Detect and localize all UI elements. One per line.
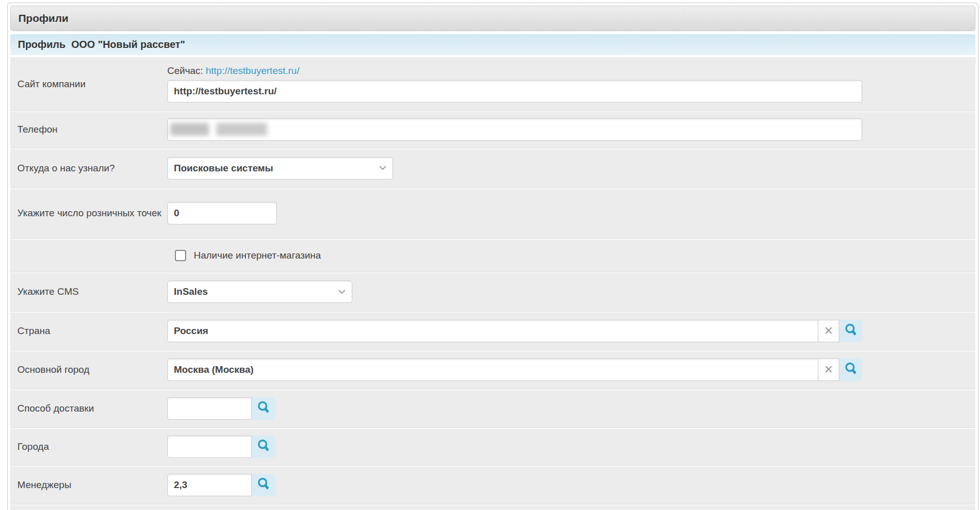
search-icon (844, 323, 858, 339)
search-icon (256, 400, 271, 417)
referral-source-select[interactable]: Поисковые системы (167, 157, 393, 180)
current-site-link[interactable]: http://testbuyertest.ru/ (205, 65, 299, 76)
country-input[interactable] (167, 320, 818, 342)
phone-label: Телефон (17, 123, 167, 136)
managers-group (167, 474, 275, 496)
search-icon (844, 362, 858, 378)
country-search-button[interactable] (839, 320, 862, 342)
delivery-method-search-button[interactable] (252, 397, 275, 420)
managers-input[interactable] (167, 474, 252, 496)
main-city-label: Основной город (17, 364, 167, 376)
search-icon (256, 439, 271, 455)
cms-value: InSales (174, 286, 208, 297)
phone-input[interactable] (167, 118, 862, 141)
row-phone: Телефон (10, 111, 975, 148)
profile-form: Сайт компании Сейчас: http://testbuyerte… (10, 57, 975, 510)
cities-input[interactable] (167, 436, 252, 458)
page-title-bar: Профили (10, 6, 975, 31)
cities-label: Города (17, 441, 167, 453)
phone-cell (167, 118, 862, 141)
delivery-method-label: Способ доставки (17, 402, 167, 415)
row-next-clipped (10, 504, 975, 510)
chevron-down-icon (379, 166, 386, 170)
online-shop-cell: Наличие интернет-магазина (175, 250, 321, 261)
chevron-down-icon (338, 290, 346, 294)
row-company-site: Сайт компании Сейчас: http://testbuyerte… (10, 57, 975, 111)
redacted-phone-value (170, 123, 209, 136)
row-cms: Укажите CMS InSales (10, 272, 975, 311)
search-icon (256, 477, 271, 493)
delivery-method-input[interactable] (167, 397, 252, 420)
current-site-prefix: Сейчас: (167, 65, 203, 76)
profile-subtitle: Профиль ООО "Новый рассвет" (18, 39, 185, 50)
profile-panel: Профили Профиль ООО "Новый рассвет" Сайт… (7, 3, 978, 510)
managers-search-button[interactable] (252, 474, 275, 496)
row-main-city: Основной город ✕ (10, 350, 975, 389)
company-site-input[interactable] (167, 80, 862, 103)
cities-group (167, 436, 275, 458)
managers-label: Менеджеры (17, 479, 167, 491)
row-retail-points: Укажите число розничных точек (10, 188, 975, 238)
row-referral-source: Откуда о нас узнали? Поисковые системы (10, 148, 975, 188)
referral-source-label: Откуда о нас узнали? (17, 162, 167, 174)
page-title: Профили (18, 12, 68, 24)
cms-label: Укажите CMS (17, 286, 167, 298)
company-site-cell: Сейчас: http://testbuyertest.ru/ (167, 65, 862, 103)
redacted-phone-value (216, 123, 267, 136)
row-delivery-method: Способ доставки (10, 389, 975, 427)
delivery-method-group (167, 397, 275, 420)
country-label: Страна (17, 325, 167, 337)
country-group: ✕ (167, 320, 862, 342)
row-country: Страна ✕ (10, 311, 975, 350)
country-clear-button[interactable]: ✕ (818, 320, 839, 342)
main-city-search-button[interactable] (839, 359, 862, 381)
clear-icon: ✕ (824, 363, 833, 376)
retail-points-input[interactable] (167, 202, 277, 224)
referral-source-value: Поисковые системы (174, 163, 273, 174)
company-site-label: Сайт компании (17, 78, 167, 90)
profile-subheader: Профиль ООО "Новый рассвет" (10, 34, 975, 55)
row-cities: Города (10, 427, 975, 465)
main-city-group: ✕ (167, 359, 862, 381)
current-site-line: Сейчас: http://testbuyertest.ru/ (167, 65, 862, 76)
cities-search-button[interactable] (252, 436, 275, 458)
row-managers: Менеджеры (10, 465, 975, 504)
main-city-clear-button[interactable]: ✕ (818, 359, 839, 381)
online-shop-checkbox[interactable] (175, 250, 186, 261)
online-shop-label: Наличие интернет-магазина (194, 250, 321, 261)
retail-points-label: Укажите число розничных точек (17, 207, 167, 219)
main-city-input[interactable] (167, 359, 818, 381)
row-online-shop: Наличие интернет-магазина (10, 238, 975, 272)
cms-select[interactable]: InSales (167, 280, 352, 303)
clear-icon: ✕ (824, 324, 833, 338)
